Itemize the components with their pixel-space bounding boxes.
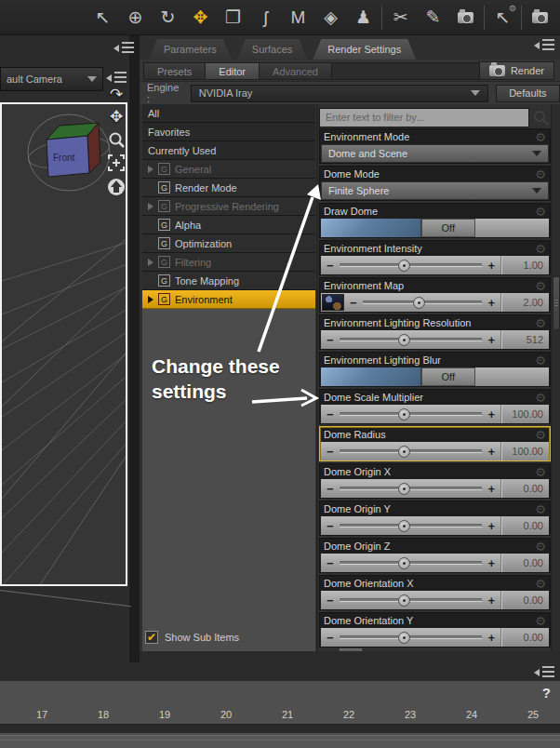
nudge-up-button[interactable]: + [482, 260, 500, 272]
timeline-track[interactable] [0, 724, 560, 733]
panel-menu-icon[interactable] [534, 665, 554, 679]
slider-track[interactable] [340, 635, 483, 639]
slider-track[interactable] [340, 338, 483, 341]
node-selection-icon[interactable]: ↖ [87, 2, 119, 33]
nudge-up-button[interactable]: + [482, 520, 500, 532]
camera-selector[interactable]: ault Camera [0, 67, 103, 91]
toggle-track[interactable] [475, 219, 549, 237]
nudge-up-button[interactable]: + [482, 446, 500, 458]
tool-settings-icon[interactable]: ↖⚙ [487, 2, 519, 33]
setting-value[interactable]: 0.00 [500, 591, 549, 609]
slider-thumb[interactable] [398, 446, 410, 458]
slider-track[interactable] [340, 487, 483, 490]
expand-arrow-icon[interactable] [148, 259, 153, 266]
tab-render-settings[interactable]: Render Settings [313, 39, 416, 60]
setting-value[interactable]: 2.00 [500, 293, 549, 312]
category-item-currently-used[interactable]: Currently Used [142, 141, 315, 160]
magnifier-icon[interactable] [108, 131, 125, 148]
expand-arrow-icon[interactable] [148, 166, 153, 173]
toggle-button[interactable]: Off [421, 219, 475, 237]
checkbox-checked-icon[interactable]: ✔ [145, 631, 158, 644]
slider-thumb[interactable] [398, 483, 410, 495]
setting-value[interactable]: 0.00 [500, 479, 549, 498]
nudge-down-button[interactable]: − [321, 408, 340, 421]
surface-selection-icon[interactable]: ◈ [314, 2, 347, 33]
weight-map-icon[interactable]: M [282, 2, 314, 33]
panel-menu-icon[interactable] [113, 41, 134, 55]
slider-thumb[interactable] [398, 260, 410, 272]
render-button[interactable]: Render [479, 61, 554, 80]
setting-value[interactable]: 100.00 [500, 442, 549, 461]
toggle-button[interactable]: Off [421, 367, 475, 386]
category-item-optimization[interactable]: GOptimization [142, 234, 315, 253]
gear-icon[interactable]: ⚙ [535, 168, 546, 180]
slider-thumb[interactable] [398, 408, 410, 421]
setting-value[interactable]: 0.00 [500, 516, 549, 535]
pan-icon[interactable]: ✥ [110, 109, 123, 125]
gear-icon[interactable]: ⚙ [535, 429, 546, 441]
toggle-track[interactable] [475, 367, 549, 386]
filter-input[interactable] [319, 108, 529, 127]
scale-icon[interactable]: ❐ [217, 2, 249, 33]
nudge-up-button[interactable]: + [482, 557, 500, 569]
orbit-icon[interactable]: ↷ [110, 87, 123, 102]
expand-arrow-icon[interactable] [148, 296, 153, 303]
tab-parameters[interactable]: Parameters [149, 39, 232, 60]
tab-surfaces[interactable]: Surfaces [237, 39, 307, 60]
nudge-up-button[interactable]: + [482, 408, 500, 421]
rotate-icon[interactable]: ⊕ [119, 2, 152, 33]
scrollbar[interactable] [551, 104, 560, 651]
gear-icon[interactable]: ⚙ [535, 392, 546, 404]
nudge-down-button[interactable]: − [344, 297, 363, 309]
gear-icon[interactable]: ⚙ [535, 578, 546, 590]
nudge-up-button[interactable]: + [482, 483, 500, 495]
setting-value[interactable]: 1.00 [500, 256, 549, 274]
slider-track[interactable] [340, 449, 483, 453]
toggle-fill[interactable] [321, 367, 421, 386]
geometry-editor-icon[interactable]: ✎ [417, 2, 449, 33]
gear-icon[interactable]: ⚙ [535, 317, 546, 329]
setting-value[interactable]: 0.00 [500, 628, 549, 647]
nudge-up-button[interactable]: + [482, 297, 500, 309]
spot-render-icon[interactable] [449, 2, 482, 33]
slider-track[interactable] [340, 561, 483, 565]
setting-dropdown[interactable]: Finite Sphere [321, 181, 549, 200]
defaults-button[interactable]: Defaults [496, 85, 560, 102]
slider-thumb[interactable] [398, 334, 410, 346]
nudge-up-button[interactable]: + [482, 334, 500, 346]
category-item-tone-mapping[interactable]: GTone Mapping [142, 272, 315, 290]
engine-dropdown[interactable]: NVIDIA Iray [191, 85, 488, 102]
category-item-render-mode[interactable]: GRender Mode [142, 179, 315, 197]
setting-dropdown[interactable]: Dome and Scene [321, 144, 549, 163]
home-icon[interactable] [107, 178, 126, 196]
panel-menu-icon[interactable] [106, 71, 127, 85]
active-pose-icon[interactable]: ↻ [152, 2, 184, 33]
slider-track[interactable] [340, 598, 483, 602]
geometry-icon[interactable]: ✂ [384, 2, 417, 33]
timeline[interactable]: ? 171819202122232425 [0, 662, 560, 748]
render-camera-icon[interactable] [524, 2, 556, 33]
category-item-environment[interactable]: GEnvironment [142, 290, 315, 309]
toggle-fill[interactable] [321, 219, 421, 237]
nudge-down-button[interactable]: − [321, 446, 340, 458]
search-icon[interactable] [533, 110, 549, 126]
slider-track[interactable] [363, 301, 483, 304]
gear-icon[interactable]: ⚙ [535, 243, 546, 255]
scrollbar-handle[interactable] [553, 276, 560, 330]
category-item-favorites[interactable]: Favorites [142, 123, 315, 141]
subtab-editor[interactable]: Editor [206, 63, 260, 79]
figure-selection-icon[interactable]: ♟ [347, 2, 380, 33]
nudge-down-button[interactable]: − [321, 520, 340, 532]
gear-icon[interactable]: ⚙ [535, 206, 546, 218]
panel-menu-icon[interactable] [534, 38, 554, 52]
frame-icon[interactable] [108, 154, 125, 171]
category-item-progressive-rendering[interactable]: GProgressive Rendering [142, 197, 315, 216]
gear-icon[interactable]: ⚙ [535, 541, 546, 553]
setting-value[interactable]: 512 [500, 330, 549, 349]
nudge-up-button[interactable]: + [482, 594, 500, 607]
slider-thumb[interactable] [398, 594, 410, 607]
gear-icon[interactable]: ⚙ [535, 280, 546, 292]
slider-thumb[interactable] [398, 632, 410, 644]
setting-value[interactable]: 100.00 [500, 405, 549, 423]
gear-icon[interactable]: ⚙ [535, 354, 546, 367]
